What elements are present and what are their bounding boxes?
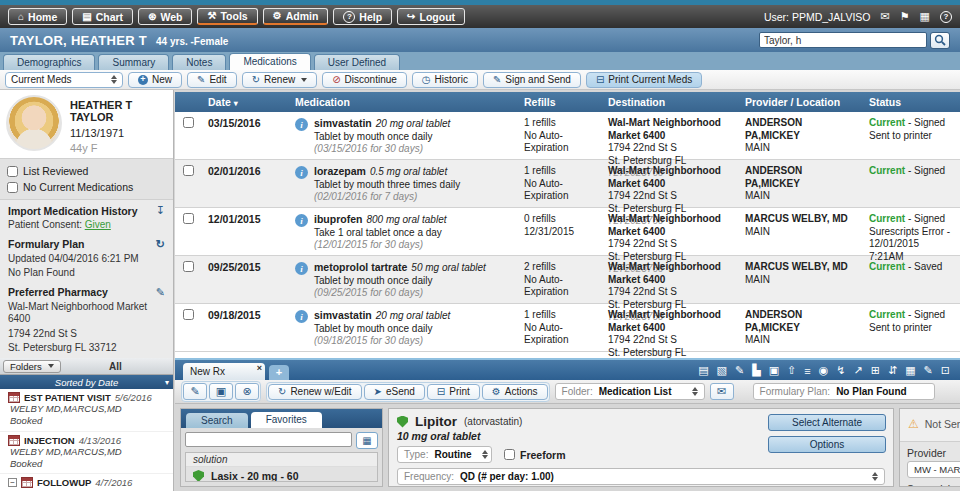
cancel-rx-button[interactable]: ⊗: [235, 383, 259, 400]
tab-summary[interactable]: Summary: [98, 54, 169, 70]
table-row[interactable]: 12/01/2015 i ibuprofen800 mg oral tablet…: [175, 208, 960, 256]
table-icon[interactable]: ▦: [905, 364, 915, 377]
actions-button[interactable]: ⚙Actions: [482, 384, 548, 400]
consent-given-link[interactable]: Given: [85, 219, 111, 230]
fullscreen-icon[interactable]: ⊡: [941, 364, 950, 377]
row-checkbox[interactable]: [183, 117, 194, 128]
folder-select[interactable]: Folder: Medication List: [555, 383, 705, 400]
row-checkbox[interactable]: [183, 261, 194, 272]
print-rx-button[interactable]: ⊟Print: [427, 384, 480, 400]
frequency-select[interactable]: Frequency: QD (# per day: 1.00): [397, 468, 885, 485]
table-row[interactable]: 09/18/2015 i simvastatin20 mg oral table…: [175, 304, 960, 352]
header-destination[interactable]: Destination: [602, 96, 739, 108]
meds-filter-select[interactable]: Current Meds: [5, 72, 123, 88]
new-button[interactable]: +New: [128, 72, 182, 88]
note-icon[interactable]: ▣: [769, 364, 779, 377]
nav-home[interactable]: ⌂Home: [8, 8, 67, 25]
compose-icon[interactable]: ✎: [924, 364, 933, 377]
row-checkbox[interactable]: [183, 309, 194, 320]
search-button[interactable]: [930, 32, 950, 49]
save-rx-button[interactable]: ▣: [209, 383, 233, 400]
print-current-meds-button[interactable]: ⊟Print Current Meds: [586, 72, 702, 88]
header-status[interactable]: Status: [863, 96, 960, 108]
nav-logout[interactable]: ↪Logout: [397, 8, 465, 25]
help-circle-icon[interactable]: ?: [940, 11, 952, 23]
fax-icon[interactable]: ▦: [920, 10, 930, 23]
report-icon[interactable]: ▤: [698, 364, 708, 377]
info-icon[interactable]: i: [295, 118, 308, 131]
table-row[interactable]: 03/15/2016 i simvastatin20 mg oral table…: [175, 112, 960, 160]
tasks-icon[interactable]: ⚑: [900, 10, 910, 23]
tab-notes[interactable]: Notes: [172, 54, 226, 70]
patient-search-input[interactable]: [759, 32, 927, 48]
list-item[interactable]: Lasix - 20 mg - 60 Lasix 20 mg oral tabl…: [186, 467, 377, 482]
tab-medications[interactable]: Medications: [229, 53, 310, 70]
appointments-sort-bar[interactable]: Sorted by Date ▾: [0, 375, 173, 389]
sign-rx-button[interactable]: ✎: [183, 383, 207, 400]
freeform-checkbox[interactable]: [504, 449, 515, 460]
pharmacy-name: Wal-Mart Neighborhood Market 6400: [8, 301, 165, 326]
sign-send-button[interactable]: ✎Sign and Send: [483, 72, 581, 88]
chart-icon[interactable]: ▙: [752, 364, 760, 377]
formulary-plan-box: Formulary Plan: No Plan Found: [753, 383, 935, 400]
select-alternate-button[interactable]: Select Alternate: [768, 414, 886, 431]
annotate-icon[interactable]: ✎: [735, 364, 744, 377]
close-icon[interactable]: ×: [257, 363, 262, 373]
options-button[interactable]: Options: [768, 436, 886, 453]
bolt-icon[interactable]: ↯: [836, 364, 845, 377]
header-medication[interactable]: Medication: [289, 96, 518, 108]
sort-icon[interactable]: ⇵: [888, 364, 897, 377]
tab-favorites[interactable]: Favorites: [251, 412, 322, 428]
mail-button[interactable]: ✉: [710, 383, 734, 400]
list-reviewed-checkbox[interactable]: [7, 166, 18, 177]
upload-icon[interactable]: ⇧: [787, 364, 796, 377]
header-provider-location[interactable]: Provider / Location: [739, 96, 863, 108]
save-favorite-button[interactable]: ▦: [356, 432, 378, 449]
appointment-item[interactable]: INJECTION4/13/2016 WELBY MD,MARCUS,MD Bo…: [0, 432, 173, 475]
growth-icon[interactable]: ↗: [854, 364, 863, 377]
favorites-search-input[interactable]: [185, 432, 352, 447]
nav-tools[interactable]: ⚒Tools: [197, 8, 257, 25]
discontinue-button[interactable]: ⊘Discontinue: [322, 72, 407, 88]
menu-icon[interactable]: ≡: [804, 365, 810, 377]
info-icon[interactable]: i: [295, 262, 308, 275]
appointment-item[interactable]: −FOLLOWUP4/7/2016 WELBY MD,MARCUS,MD: [0, 474, 173, 491]
nav-web[interactable]: ⊛Web: [138, 8, 192, 25]
target-icon[interactable]: ◉: [819, 364, 829, 377]
nav-help[interactable]: ?Help: [333, 8, 392, 25]
header-date[interactable]: Date ▾: [202, 96, 289, 108]
edit-button[interactable]: ✎Edit: [187, 72, 237, 88]
appointment-item[interactable]: EST PATIENT VISIT5/6/2016 WELBY MD,MARCU…: [0, 389, 173, 432]
grid-icon[interactable]: ⊞: [871, 364, 880, 377]
historic-button[interactable]: ◷Historic: [412, 72, 478, 88]
nav-admin[interactable]: ⚙Admin: [263, 8, 329, 25]
row-checkbox[interactable]: [183, 165, 194, 176]
image-icon[interactable]: ▧: [717, 364, 727, 377]
inbox-icon[interactable]: ✉: [881, 10, 890, 23]
folders-button[interactable]: Folders: [3, 360, 61, 373]
collapse-icon[interactable]: −: [8, 478, 17, 487]
tab-search[interactable]: Search: [186, 413, 248, 428]
info-icon[interactable]: i: [295, 310, 308, 323]
renew-edit-button[interactable]: ↻Renew w/Edit: [268, 384, 362, 400]
new-rx-tab[interactable]: New Rx×: [183, 363, 265, 380]
tab-user-defined[interactable]: User Defined: [314, 54, 400, 70]
table-row[interactable]: 02/01/2016 i lorazepam0.5 mg oral tablet…: [175, 160, 960, 208]
type-select[interactable]: Type: Routine: [397, 446, 492, 463]
import-icon[interactable]: ↧: [156, 204, 165, 217]
tab-demographics[interactable]: Demographics: [3, 54, 95, 70]
refresh-icon[interactable]: ↻: [156, 238, 165, 251]
esend-button[interactable]: ➤eSend: [364, 384, 425, 400]
header-refills[interactable]: Refills: [518, 96, 602, 108]
formulary-plan-section: Formulary Plan ↻ Updated 04/04/2016 6:21…: [0, 234, 173, 282]
edit-pharmacy-icon[interactable]: ✎: [156, 286, 165, 299]
info-icon[interactable]: i: [295, 166, 308, 179]
table-row[interactable]: 09/25/2015 i metoprolol tartrate50 mg or…: [175, 256, 960, 304]
add-tab-button[interactable]: +: [269, 365, 289, 380]
nav-chart[interactable]: ▤Chart: [72, 8, 133, 25]
no-current-meds-checkbox[interactable]: [7, 182, 18, 193]
provider-select[interactable]: MW - MARCUS WELBY, MD: [907, 461, 960, 478]
renew-button[interactable]: ↻Renew: [242, 72, 318, 88]
row-checkbox[interactable]: [183, 213, 194, 224]
info-icon[interactable]: i: [295, 214, 308, 227]
